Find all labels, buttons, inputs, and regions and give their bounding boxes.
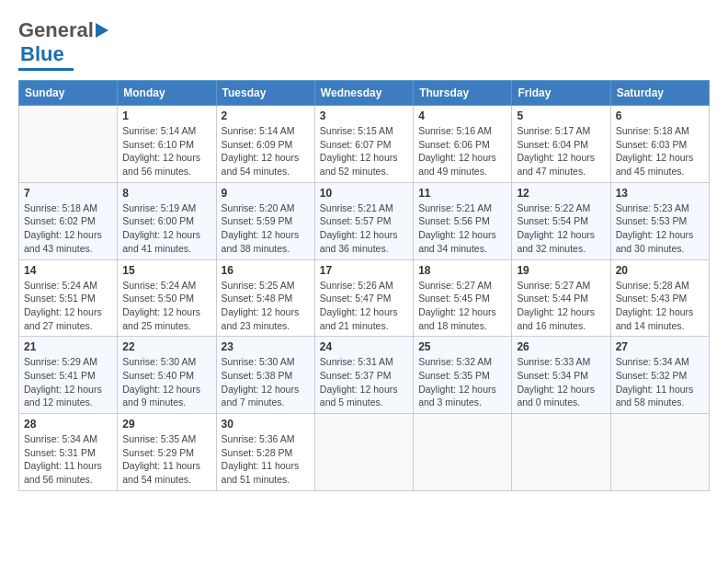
day-number: 21 — [24, 340, 112, 353]
day-number: 30 — [222, 418, 310, 431]
weekday-header-monday: Monday — [118, 81, 216, 106]
day-info: Sunrise: 5:28 AMSunset: 5:43 PMDaylight:… — [616, 279, 704, 333]
day-number: 6 — [616, 109, 704, 122]
day-number: 2 — [222, 109, 310, 122]
logo-general: General — [18, 18, 94, 42]
week-row-2: 7Sunrise: 5:18 AMSunset: 6:02 PMDaylight… — [19, 182, 710, 259]
day-number: 8 — [122, 187, 210, 200]
calendar-cell — [414, 414, 512, 491]
day-info: Sunrise: 5:30 AMSunset: 5:38 PMDaylight:… — [222, 355, 310, 409]
day-number: 16 — [222, 264, 310, 277]
day-info: Sunrise: 5:18 AMSunset: 6:03 PMDaylight:… — [616, 124, 704, 178]
day-info: Sunrise: 5:14 AMSunset: 6:09 PMDaylight:… — [222, 124, 310, 178]
logo-arrow-icon — [96, 23, 108, 38]
week-row-4: 21Sunrise: 5:29 AMSunset: 5:41 PMDayligh… — [19, 337, 710, 414]
day-number: 19 — [517, 264, 605, 277]
calendar-cell: 9Sunrise: 5:20 AMSunset: 5:59 PMDaylight… — [216, 182, 314, 259]
day-info: Sunrise: 5:30 AMSunset: 5:40 PMDaylight:… — [122, 355, 210, 409]
day-info: Sunrise: 5:19 AMSunset: 6:00 PMDaylight:… — [122, 201, 210, 256]
page-header: General Blue — [18, 18, 710, 71]
calendar-cell: 27Sunrise: 5:34 AMSunset: 5:32 PMDayligh… — [610, 337, 709, 414]
calendar-cell: 12Sunrise: 5:22 AMSunset: 5:54 PMDayligh… — [512, 182, 610, 259]
day-number: 4 — [418, 109, 506, 122]
day-info: Sunrise: 5:22 AMSunset: 5:54 PMDaylight:… — [517, 201, 605, 256]
day-number: 10 — [320, 187, 408, 200]
calendar-cell: 26Sunrise: 5:33 AMSunset: 5:34 PMDayligh… — [512, 337, 610, 414]
day-number: 25 — [418, 340, 506, 353]
calendar-cell: 21Sunrise: 5:29 AMSunset: 5:41 PMDayligh… — [19, 337, 118, 414]
day-number: 13 — [616, 187, 704, 200]
day-number: 18 — [418, 264, 506, 277]
week-row-1: 1Sunrise: 5:14 AMSunset: 6:10 PMDaylight… — [19, 106, 710, 183]
day-info: Sunrise: 5:24 AMSunset: 5:51 PMDaylight:… — [24, 279, 112, 333]
weekday-header-friday: Friday — [512, 81, 610, 106]
calendar-cell: 14Sunrise: 5:24 AMSunset: 5:51 PMDayligh… — [19, 259, 118, 337]
day-number: 29 — [122, 418, 210, 431]
day-number: 24 — [320, 340, 408, 353]
day-info: Sunrise: 5:15 AMSunset: 6:07 PMDaylight:… — [320, 124, 408, 178]
day-number: 1 — [122, 109, 210, 122]
calendar-cell — [19, 106, 118, 183]
calendar-cell: 23Sunrise: 5:30 AMSunset: 5:38 PMDayligh… — [216, 337, 314, 414]
calendar-cell: 2Sunrise: 5:14 AMSunset: 6:09 PMDaylight… — [216, 106, 314, 183]
calendar-cell: 8Sunrise: 5:19 AMSunset: 6:00 PMDaylight… — [118, 182, 216, 259]
calendar-cell: 19Sunrise: 5:27 AMSunset: 5:44 PMDayligh… — [512, 259, 610, 337]
calendar-table: SundayMondayTuesdayWednesdayThursdayFrid… — [18, 80, 710, 491]
day-number: 12 — [517, 187, 605, 200]
day-info: Sunrise: 5:33 AMSunset: 5:34 PMDaylight:… — [517, 355, 605, 409]
calendar-cell: 6Sunrise: 5:18 AMSunset: 6:03 PMDaylight… — [610, 106, 709, 183]
day-info: Sunrise: 5:23 AMSunset: 5:53 PMDaylight:… — [616, 201, 704, 256]
day-number: 17 — [320, 264, 408, 277]
day-number: 15 — [122, 264, 210, 277]
calendar-cell — [610, 414, 709, 491]
day-info: Sunrise: 5:31 AMSunset: 5:37 PMDaylight:… — [320, 355, 408, 409]
calendar-cell: 18Sunrise: 5:27 AMSunset: 5:45 PMDayligh… — [414, 259, 512, 337]
day-number: 5 — [517, 109, 605, 122]
calendar-cell: 28Sunrise: 5:34 AMSunset: 5:31 PMDayligh… — [19, 414, 118, 491]
calendar-cell: 22Sunrise: 5:30 AMSunset: 5:40 PMDayligh… — [118, 337, 216, 414]
weekday-header-tuesday: Tuesday — [216, 81, 314, 106]
calendar-cell: 11Sunrise: 5:21 AMSunset: 5:56 PMDayligh… — [414, 182, 512, 259]
day-info: Sunrise: 5:35 AMSunset: 5:29 PMDaylight:… — [122, 432, 210, 487]
calendar-cell — [512, 414, 610, 491]
calendar-cell: 16Sunrise: 5:25 AMSunset: 5:48 PMDayligh… — [216, 259, 314, 337]
day-number: 14 — [24, 264, 112, 277]
day-info: Sunrise: 5:24 AMSunset: 5:50 PMDaylight:… — [122, 279, 210, 333]
day-number: 20 — [616, 264, 704, 277]
day-info: Sunrise: 5:27 AMSunset: 5:45 PMDaylight:… — [418, 279, 506, 333]
day-info: Sunrise: 5:34 AMSunset: 5:31 PMDaylight:… — [24, 432, 112, 487]
calendar-cell: 20Sunrise: 5:28 AMSunset: 5:43 PMDayligh… — [610, 259, 709, 337]
day-info: Sunrise: 5:16 AMSunset: 6:06 PMDaylight:… — [418, 124, 506, 178]
week-row-3: 14Sunrise: 5:24 AMSunset: 5:51 PMDayligh… — [19, 259, 710, 337]
day-info: Sunrise: 5:21 AMSunset: 5:56 PMDaylight:… — [418, 201, 506, 256]
day-number: 9 — [222, 187, 310, 200]
day-info: Sunrise: 5:17 AMSunset: 6:04 PMDaylight:… — [517, 124, 605, 178]
day-number: 11 — [418, 187, 506, 200]
calendar-cell: 30Sunrise: 5:36 AMSunset: 5:28 PMDayligh… — [216, 414, 314, 491]
calendar-cell: 5Sunrise: 5:17 AMSunset: 6:04 PMDaylight… — [512, 106, 610, 183]
day-number: 3 — [320, 109, 408, 122]
calendar-cell: 15Sunrise: 5:24 AMSunset: 5:50 PMDayligh… — [118, 259, 216, 337]
weekday-header-wednesday: Wednesday — [314, 81, 413, 106]
calendar-cell: 7Sunrise: 5:18 AMSunset: 6:02 PMDaylight… — [19, 182, 118, 259]
day-info: Sunrise: 5:32 AMSunset: 5:35 PMDaylight:… — [418, 355, 506, 409]
calendar-cell: 1Sunrise: 5:14 AMSunset: 6:10 PMDaylight… — [118, 106, 216, 183]
day-number: 22 — [122, 340, 210, 353]
calendar-cell: 29Sunrise: 5:35 AMSunset: 5:29 PMDayligh… — [118, 414, 216, 491]
logo: General Blue — [18, 18, 108, 71]
day-info: Sunrise: 5:25 AMSunset: 5:48 PMDaylight:… — [222, 279, 310, 333]
day-info: Sunrise: 5:36 AMSunset: 5:28 PMDaylight:… — [222, 432, 310, 487]
day-info: Sunrise: 5:29 AMSunset: 5:41 PMDaylight:… — [24, 355, 112, 409]
calendar-cell: 17Sunrise: 5:26 AMSunset: 5:47 PMDayligh… — [314, 259, 413, 337]
calendar-cell: 10Sunrise: 5:21 AMSunset: 5:57 PMDayligh… — [314, 182, 413, 259]
logo-underline — [18, 68, 74, 71]
day-number: 26 — [517, 340, 605, 353]
day-info: Sunrise: 5:27 AMSunset: 5:44 PMDaylight:… — [517, 279, 605, 333]
day-info: Sunrise: 5:34 AMSunset: 5:32 PMDaylight:… — [616, 355, 704, 409]
day-number: 28 — [24, 418, 112, 431]
calendar-cell: 24Sunrise: 5:31 AMSunset: 5:37 PMDayligh… — [314, 337, 413, 414]
weekday-header-thursday: Thursday — [414, 81, 512, 106]
day-info: Sunrise: 5:14 AMSunset: 6:10 PMDaylight:… — [122, 124, 210, 178]
calendar-cell: 3Sunrise: 5:15 AMSunset: 6:07 PMDaylight… — [314, 106, 413, 183]
calendar-cell: 13Sunrise: 5:23 AMSunset: 5:53 PMDayligh… — [610, 182, 709, 259]
